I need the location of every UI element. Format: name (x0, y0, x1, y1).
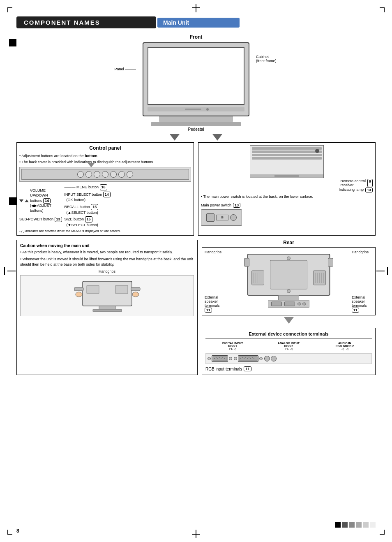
svg-point-43 (242, 357, 243, 358)
rear-handgrips-left: Handgrips (205, 250, 226, 254)
caution-image (20, 275, 194, 316)
cabinet-label: Cabinet(front frame) (254, 34, 376, 63)
svg-point-45 (245, 357, 246, 358)
sub-power-badge: 13 (55, 217, 62, 222)
svg-rect-3 (74, 287, 83, 291)
svg-point-39 (222, 357, 223, 358)
vol-down-triangle (19, 199, 23, 202)
corner-br (380, 530, 385, 535)
tv-outer-frame (143, 42, 249, 116)
svg-point-49 (252, 357, 253, 358)
ext-device-title: External device connection terminals (205, 331, 372, 338)
front-label: Front (190, 34, 203, 40)
input-row: INPUT SELECT button 14 (OK button) (65, 192, 114, 203)
svg-point-47 (249, 357, 249, 358)
caution-text: • As this product is heavy, whenever it … (20, 250, 194, 268)
page-content: COMPONENT NAMES Main Unit Panel ——— Fron… (16, 16, 376, 526)
btn-7 (127, 171, 133, 178)
remote-line-1 (252, 147, 322, 150)
crosshair-right-h (376, 271, 385, 271)
right-panel-box: Remote-controlreceiver 9 Indicating lamp… (198, 142, 376, 236)
svg-point-44 (244, 358, 244, 359)
svg-rect-2 (115, 285, 128, 294)
caution-point-1: • As this product is heavy, whenever it … (20, 250, 194, 255)
remote-labels: Remote-controlreceiver 9 (201, 179, 373, 187)
port-1-circle-r (229, 357, 232, 360)
rgb-terminals-label: RGB input terminals (205, 367, 242, 371)
port-1-circle (208, 357, 211, 360)
t3-label2: RGB 1/RGB 2 (318, 345, 372, 347)
remote-bottom-bar (250, 174, 323, 178)
control-panel-notes: • Adjustment buttons are located on the … (19, 153, 191, 164)
vol-badge: 14 (43, 198, 51, 204)
print-marks (335, 522, 376, 528)
arrow-left (170, 134, 180, 141)
menu-row: ——— MENU button 16 (65, 184, 114, 190)
pedestal-label: Pedestal (188, 127, 204, 132)
svg-point-26 (287, 290, 291, 293)
rear-speaker-left: Externalspeakerterminals11 (205, 295, 226, 313)
btn-6 (118, 171, 125, 178)
svg-point-25 (287, 257, 291, 260)
svg-point-6 (132, 292, 139, 297)
terminal-connectors (205, 353, 372, 364)
mark-4 (356, 522, 362, 528)
remote-diagram (250, 145, 324, 178)
svg-rect-10 (244, 258, 249, 266)
crosshair-right-v (387, 267, 388, 275)
caution-title: Caution when moving the main unit (20, 243, 194, 248)
remote-line-4 (252, 157, 322, 160)
main-power-note: • The main power switch is located at th… (201, 194, 373, 199)
mark-6 (370, 522, 376, 528)
svg-point-34 (214, 358, 215, 359)
mark-3 (349, 522, 355, 528)
port-2-svg (239, 356, 258, 361)
tv-stand (159, 116, 233, 122)
t2-sub: PE ◁ (261, 347, 316, 351)
note-2: • The back cover is provided with indica… (19, 160, 191, 165)
svg-rect-8 (93, 309, 122, 312)
t2-label1: ANALOG INPUT (261, 342, 316, 345)
indicating-lamp-badge: 13 (365, 188, 373, 192)
control-panel-box: Control panel • Adjustment buttons are l… (16, 142, 194, 236)
port-2-connector (238, 355, 258, 362)
port-3-b (271, 356, 277, 361)
rgb-terminals-badge: 11 (244, 366, 251, 371)
vol-up-triangle (25, 199, 29, 202)
tv-control-bar (148, 107, 244, 111)
black-square-mark-2 (9, 197, 16, 205)
rear-tv-wrap (229, 250, 348, 313)
remote-line-2 (252, 151, 322, 153)
svg-rect-27 (279, 295, 299, 300)
svg-rect-7 (99, 306, 115, 309)
sub-power-row: SUB-POWER button 13 (19, 217, 62, 222)
bottom-section: Caution when moving the main unit • As t… (16, 240, 376, 375)
receiver-dot (315, 149, 319, 153)
t3-label1: AUDIO IN (318, 342, 372, 345)
svg-rect-4 (131, 287, 140, 291)
svg-rect-32 (303, 303, 306, 305)
panel-label: Panel ——— (16, 34, 138, 71)
control-mini-diagram (19, 167, 191, 182)
rear-speaker-badge-l: 11 (205, 308, 212, 313)
svg-rect-11 (328, 258, 333, 266)
component-names-header: COMPONENT NAMES (16, 16, 156, 28)
svg-rect-24 (270, 260, 307, 289)
svg-point-35 (216, 357, 217, 358)
sub-power-label: SUB-POWER button 13 (19, 217, 62, 221)
menu-badge: 16 (100, 184, 107, 190)
size-badge: 15 (85, 216, 92, 222)
port-2-circle-r (259, 357, 263, 360)
rear-handgrips-right: Handgrips (352, 250, 373, 254)
remote-line-3 (252, 154, 322, 156)
crosshair-bot-v (196, 530, 196, 538)
port-1-connector (212, 355, 228, 362)
mark-5 (363, 522, 369, 528)
mini-bar (21, 169, 189, 180)
rear-speaker-right: Externalspeakerterminals11 (352, 295, 373, 313)
caution-svg (70, 277, 144, 314)
handgrips-label: Handgrips (20, 269, 194, 273)
rear-diagram-inner: Handgrips Externalspeakerterminals11 (205, 250, 373, 313)
terminal-header-2: ANALOG INPUT RGB 2 PE ◁ (261, 342, 316, 351)
tv-screen (148, 47, 244, 105)
